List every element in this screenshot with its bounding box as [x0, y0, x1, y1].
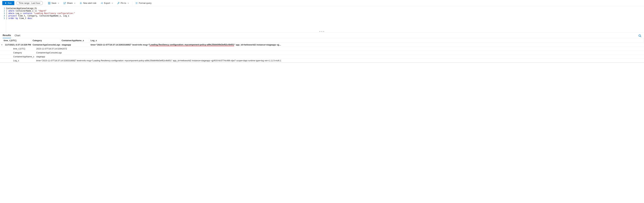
- chevron-down-icon: [1, 44, 3, 46]
- run-button[interactable]: Run: [2, 1, 14, 5]
- timerange-value: Last hour: [31, 2, 40, 4]
- detail-row: CategoryContainerAppConsoleLogs: [0, 51, 644, 55]
- line-number: 1: [0, 7, 5, 10]
- svg-rect-1: [49, 3, 50, 4]
- row-expander[interactable]: [0, 44, 4, 46]
- code-line: | where Log_s contains "Loading Resilien…: [6, 12, 644, 15]
- detail-row: time_t [UTC]2023-11-07T18:37:14.5294207Z: [0, 47, 644, 51]
- detail-key: time_t [UTC]: [0, 48, 35, 50]
- save-label: Save: [52, 2, 56, 4]
- col-category[interactable]: Category: [31, 38, 60, 43]
- tab-chart[interactable]: Chart: [15, 34, 20, 38]
- cell-category: ContainerAppConsoleLogs: [31, 43, 60, 47]
- save-icon: [48, 2, 50, 5]
- export-icon: [100, 2, 103, 5]
- table-row[interactable]: 11/7/2023, 6:37:14.529 PM ContainerAppCo…: [0, 43, 644, 47]
- detail-value: 2023-11-07T18:37:14.5294207Z: [35, 48, 644, 50]
- toolbar: Run Time range : Last hour Save Share Ne…: [0, 0, 644, 6]
- results-table: time_t [UTC] Category ContainerAppName_s…: [0, 38, 644, 63]
- table-header-row: time_t [UTC] Category ContainerAppName_s…: [0, 38, 644, 43]
- chevron-down-icon: [74, 2, 76, 4]
- svg-rect-0: [48, 2, 50, 4]
- save-button[interactable]: Save: [47, 1, 60, 5]
- chevron-down-icon: [112, 2, 113, 4]
- share-button[interactable]: Share: [62, 1, 76, 5]
- timerange-picker[interactable]: Time range : Last hour: [16, 1, 43, 5]
- format-query-button[interactable]: Format query: [134, 1, 152, 5]
- pin-icon: [117, 2, 120, 5]
- chevron-down-icon: [128, 2, 129, 4]
- line-number: 5: [0, 17, 5, 20]
- plus-icon: [80, 2, 82, 5]
- code-line: | project time_t, Category, ContainerApp…: [6, 15, 644, 17]
- export-button[interactable]: Export: [99, 1, 114, 5]
- drag-handle-icon[interactable]: • • •: [320, 31, 324, 33]
- query-editor[interactable]: 12345 ContainerAppConsoleLogs_CL| where …: [0, 6, 644, 33]
- search-icon[interactable]: [638, 34, 641, 38]
- separator: [45, 1, 45, 5]
- detail-key: Category: [0, 51, 35, 54]
- run-label: Run: [8, 2, 12, 4]
- code-line: | where ContainerName_s == "daprd": [6, 10, 644, 12]
- play-icon: [5, 2, 7, 4]
- separator: [132, 1, 132, 5]
- cell-time: 11/7/2023, 6:37:14.529 PM: [4, 43, 31, 47]
- line-number: 4: [0, 15, 5, 17]
- detail-value: time="2023-11-07T18:37:14.529331669Z" le…: [35, 59, 644, 62]
- code-line: | order by time_t desc: [6, 17, 644, 20]
- pin-to-button[interactable]: Pin to: [116, 1, 130, 5]
- svg-point-2: [639, 35, 640, 36]
- code-line: ContainerAppConsoleLogs_CL: [6, 7, 644, 10]
- format-icon: [135, 2, 138, 5]
- col-appname[interactable]: ContainerAppName_s: [60, 38, 89, 43]
- result-tabs: Results Chart: [0, 33, 644, 38]
- col-time[interactable]: time_t [UTC]: [0, 38, 31, 43]
- detail-value: stageapp: [35, 55, 644, 58]
- line-number: 3: [0, 12, 5, 15]
- editor-content[interactable]: ContainerAppConsoleLogs_CL| where Contai…: [6, 6, 644, 33]
- col-log[interactable]: Log_s: [89, 38, 644, 43]
- tab-results[interactable]: Results: [3, 34, 11, 38]
- format-label: Format query: [139, 2, 152, 4]
- row-details: time_t [UTC]2023-11-07T18:37:14.5294207Z…: [0, 47, 644, 63]
- detail-row: ContainerAppName_sstageapp: [0, 55, 644, 59]
- detail-key: Log_s: [0, 59, 35, 62]
- pin-to-label: Pin to: [121, 2, 126, 4]
- cell-log: time="2023-11-07T18:37:14.529331669Z" le…: [89, 43, 644, 47]
- detail-value: ContainerAppConsoleLogs: [35, 51, 644, 54]
- highlighted-log-segment: Loading Resiliency configuration: mycomp…: [150, 43, 234, 46]
- new-alert-label: New alert rule: [83, 2, 96, 4]
- detail-row: Log_stime="2023-11-07T18:37:14.529331669…: [0, 59, 644, 63]
- chevron-down-icon: [58, 2, 59, 4]
- cell-appname: stageapp: [60, 43, 89, 47]
- share-icon: [63, 2, 66, 5]
- line-gutter: 12345: [0, 6, 6, 33]
- share-label: Share: [67, 2, 72, 4]
- export-label: Export: [104, 2, 110, 4]
- timerange-label: Time range :: [19, 2, 31, 4]
- new-alert-button[interactable]: New alert rule: [78, 1, 97, 5]
- line-number: 2: [0, 10, 5, 12]
- detail-key: ContainerAppName_s: [0, 55, 35, 58]
